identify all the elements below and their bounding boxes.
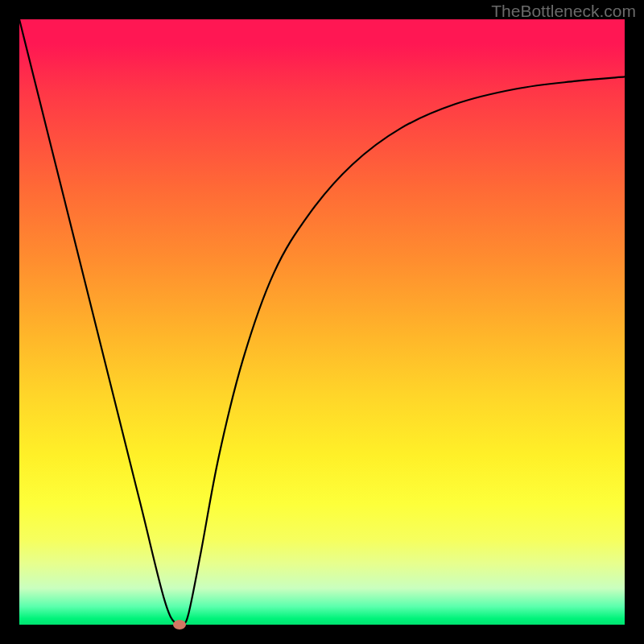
watermark-text: TheBottleneck.com xyxy=(491,2,636,21)
minimum-marker xyxy=(173,620,186,630)
chart-area xyxy=(19,19,625,625)
bottleneck-curve xyxy=(19,19,625,625)
